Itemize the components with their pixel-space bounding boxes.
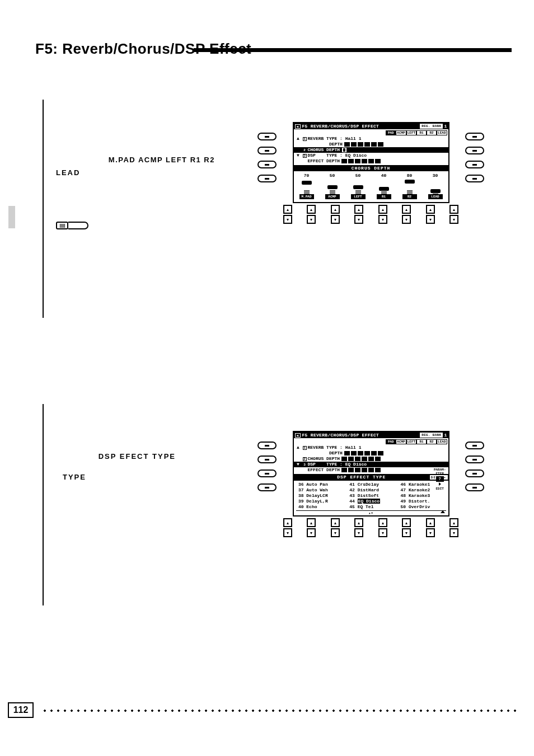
down-button[interactable]: ▾ [283, 215, 292, 224]
down-button[interactable]: ▾ [331, 215, 340, 224]
side-button[interactable] [257, 175, 277, 182]
down-button[interactable]: ▾ [426, 215, 435, 224]
list-item[interactable]: 49 Distort. [398, 499, 446, 504]
slider-knob[interactable] [353, 185, 363, 189]
slider-track[interactable] [381, 179, 387, 194]
tab-acmp[interactable]: ACMP [396, 439, 406, 444]
up-button[interactable]: ▴ [283, 518, 292, 527]
down-button[interactable]: ▾ [331, 528, 340, 537]
slider-knob[interactable] [302, 181, 312, 185]
down-button[interactable]: ▾ [354, 528, 363, 537]
slider[interactable]: 50 ACMP [324, 173, 341, 201]
side-button[interactable] [257, 161, 277, 168]
side-button[interactable] [257, 147, 277, 154]
down-button[interactable]: ▾ [378, 528, 387, 537]
slider[interactable]: 80 R2 [401, 173, 419, 201]
tab-acmp[interactable]: ACMP [396, 130, 406, 135]
down-button[interactable]: ▾ [378, 215, 387, 224]
side-button[interactable] [257, 442, 277, 449]
up-arrow-icon[interactable]: ▲ [295, 445, 302, 450]
list-item[interactable]: 42 DistHard [347, 487, 395, 493]
side-button[interactable] [257, 483, 277, 491]
down-button[interactable]: ▾ [449, 528, 458, 537]
slider-knob[interactable] [430, 189, 441, 193]
tab-r2[interactable]: R2 [427, 439, 437, 444]
side-button[interactable] [465, 161, 484, 168]
slider-track[interactable] [407, 179, 413, 194]
up-button[interactable]: ▴ [354, 518, 363, 527]
list-item[interactable]: 44 EQ Disco [347, 499, 395, 504]
list-item[interactable]: 50 OverDriv [398, 504, 446, 510]
tab-lead[interactable]: LEAD [437, 130, 447, 135]
slider-track[interactable] [355, 179, 361, 194]
list-item[interactable]: 45 EQ Tel [347, 504, 395, 510]
down-button[interactable]: ▾ [307, 528, 316, 537]
up-button[interactable]: ▴ [449, 205, 458, 214]
list-item[interactable]: 37 Auto Wah [296, 487, 344, 493]
up-button[interactable]: ▴ [426, 205, 435, 214]
up-button[interactable]: ▴ [307, 518, 316, 527]
side-button[interactable] [465, 175, 484, 182]
down-arrow-icon[interactable]: ▼ [295, 462, 302, 467]
side-button[interactable] [257, 456, 277, 463]
scroll-indicator[interactable]: ▴▾ [296, 510, 446, 515]
up-button[interactable]: ▴ [449, 518, 458, 527]
tab-left[interactable]: LEFT [406, 130, 416, 135]
slider-track[interactable] [304, 179, 310, 194]
slider-track[interactable] [330, 179, 335, 194]
slider[interactable]: 70 M.PAD [298, 173, 316, 201]
side-button[interactable] [465, 442, 484, 449]
tab-lead[interactable]: LEAD [437, 439, 447, 444]
down-button[interactable]: ▾ [283, 528, 292, 537]
down-arrow-icon[interactable]: ▼ [295, 153, 302, 158]
up-button[interactable]: ▴ [402, 205, 411, 214]
slider[interactable]: 40 R1 [375, 173, 393, 201]
slider[interactable]: 50 LEFT [349, 173, 367, 201]
slider-knob[interactable] [379, 187, 389, 191]
list-item[interactable]: 40 Echo [296, 504, 344, 510]
slider-track[interactable] [433, 179, 438, 194]
down-button[interactable]: ▾ [307, 215, 316, 224]
slider-knob[interactable] [405, 180, 415, 184]
up-button[interactable]: ▴ [402, 518, 411, 527]
slider-knob[interactable] [327, 185, 338, 189]
side-button[interactable] [465, 133, 484, 140]
parameter-edit-button[interactable]: PARAM- ETER ? EDIT [434, 468, 446, 491]
list-item[interactable]: 43 DistSoft [347, 493, 395, 499]
down-button[interactable]: ▾ [402, 528, 411, 537]
side-button[interactable] [465, 483, 484, 491]
list-item[interactable]: 48 Karaoke3 [398, 493, 446, 499]
up-button[interactable]: ▴ [307, 205, 316, 214]
list-item[interactable]: 36 Auto Pan [296, 482, 344, 487]
up-button[interactable]: ▴ [378, 518, 387, 527]
tab-pad[interactable]: PAD [386, 130, 396, 135]
up-button[interactable]: ▴ [426, 518, 435, 527]
tab-pad[interactable]: PAD [386, 439, 396, 444]
up-button[interactable]: ▴ [331, 518, 340, 527]
slider[interactable]: 30 LEAD [427, 173, 444, 201]
down-button[interactable]: ▾ [449, 215, 458, 224]
side-button[interactable] [465, 147, 484, 154]
side-button[interactable] [465, 456, 484, 463]
down-button[interactable]: ▾ [354, 215, 363, 224]
list-item[interactable]: 39 DelayL,R [296, 499, 344, 504]
tab-r1[interactable]: R1 [416, 439, 427, 444]
tab-r2[interactable]: R2 [427, 130, 437, 135]
up-button[interactable]: ▴ [378, 205, 387, 214]
side-button[interactable] [465, 469, 484, 477]
up-button[interactable]: ▴ [331, 205, 340, 214]
list-item[interactable]: 41 CrsDelay [347, 482, 395, 487]
param-row-dsp-type[interactable]: ▼ 3 DSP TYPE : EQ Disco [294, 462, 448, 467]
side-button[interactable] [257, 469, 277, 477]
up-arrow-icon[interactable]: ▲ [295, 136, 302, 142]
up-button[interactable]: ▴ [283, 205, 292, 214]
list-item[interactable]: 38 DelayLCR [296, 493, 344, 499]
up-button[interactable]: ▴ [354, 205, 363, 214]
tab-r1[interactable]: R1 [416, 130, 427, 135]
param-row-chorus-depth[interactable]: 2 CHORUS DEPTH [294, 147, 448, 153]
down-button[interactable]: ▾ [402, 215, 411, 224]
down-button[interactable]: ▾ [426, 528, 435, 537]
side-button[interactable] [257, 133, 277, 140]
param-row-reverb-depth: DEPTH [294, 450, 448, 456]
tab-left[interactable]: LEFT [406, 439, 416, 444]
